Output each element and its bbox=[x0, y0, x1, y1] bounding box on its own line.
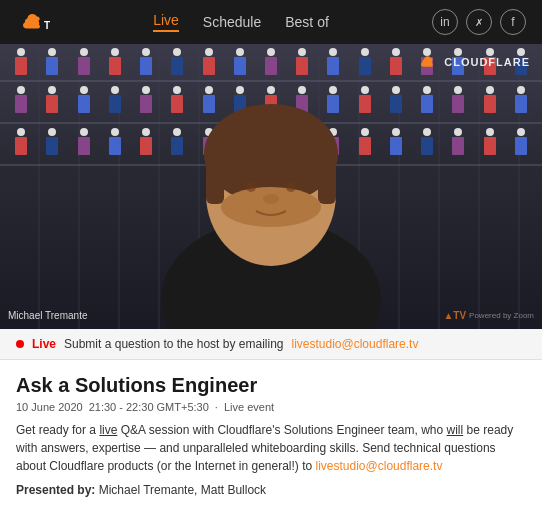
live-status-label: Live bbox=[32, 337, 56, 351]
header: TV Live Schedule Best of in ✗ f bbox=[0, 0, 542, 44]
main-nav: Live Schedule Best of bbox=[153, 12, 329, 32]
cloudflare-watermark-icon bbox=[416, 54, 440, 70]
event-time: 21:30 - 22:30 GMT+5:30 bbox=[89, 401, 209, 413]
svg-point-8 bbox=[246, 182, 256, 192]
svg-point-7 bbox=[221, 187, 321, 227]
event-date: 10 June 2020 bbox=[16, 401, 83, 413]
social-icons: in ✗ f bbox=[432, 9, 526, 35]
presenters-label: Presented by: bbox=[16, 483, 95, 497]
cloudflare-logo-icon: TV bbox=[16, 11, 50, 33]
livestudio-email-link[interactable]: livestudio@cloudflare.tv bbox=[291, 337, 418, 351]
svg-rect-5 bbox=[206, 149, 224, 204]
event-description: Get ready for a live Q&A session with Cl… bbox=[16, 421, 526, 475]
nav-live[interactable]: Live bbox=[153, 12, 179, 32]
svg-point-10 bbox=[263, 194, 279, 204]
cloudflare-watermark-text: CLOUDFLARE bbox=[444, 56, 530, 68]
video-player[interactable]: CLOUDFLARE ▲TV Powered by Zoom Michael T… bbox=[0, 44, 542, 329]
live-notification-bar: Live Submit a question to the host by em… bbox=[0, 329, 542, 360]
tv-watermark-text: ▲TV bbox=[443, 310, 466, 321]
event-meta: 10 June 2020 21:30 - 22:30 GMT+5:30 · Li… bbox=[16, 401, 526, 413]
submit-question-text: Submit a question to the host by emailin… bbox=[64, 337, 283, 351]
powered-by-zoom: Powered by Zoom bbox=[469, 311, 534, 320]
presenter-name-label: Michael Tremante bbox=[8, 310, 87, 321]
event-title: Ask a Solutions Engineer bbox=[16, 374, 526, 397]
presenters-line: Presented by: Michael Tremante, Matt Bul… bbox=[16, 483, 526, 497]
desc-email[interactable]: livestudio@cloudflare.tv bbox=[316, 459, 443, 473]
svg-rect-6 bbox=[318, 149, 336, 204]
shelf-line-1 bbox=[0, 80, 542, 82]
cloudflare-watermark: CLOUDFLARE bbox=[416, 54, 530, 70]
zoom-watermark: ▲TV Powered by Zoom bbox=[443, 310, 534, 321]
presenters-names-text: Michael Tremante, Matt Bullock bbox=[99, 483, 266, 497]
person-figure bbox=[131, 99, 411, 329]
live-indicator-dot bbox=[16, 340, 24, 348]
event-type: Live event bbox=[224, 401, 274, 413]
live-event-badge: · bbox=[215, 401, 218, 413]
nav-schedule[interactable]: Schedule bbox=[203, 14, 261, 30]
svg-text:TV: TV bbox=[44, 20, 50, 31]
logo-area: TV bbox=[16, 11, 50, 33]
event-content: Ask a Solutions Engineer 10 June 2020 21… bbox=[0, 360, 542, 507]
svg-point-9 bbox=[286, 182, 296, 192]
linkedin-button[interactable]: in bbox=[432, 9, 458, 35]
facebook-button[interactable]: f bbox=[500, 9, 526, 35]
twitter-button[interactable]: ✗ bbox=[466, 9, 492, 35]
nav-best-of[interactable]: Best of bbox=[285, 14, 329, 30]
